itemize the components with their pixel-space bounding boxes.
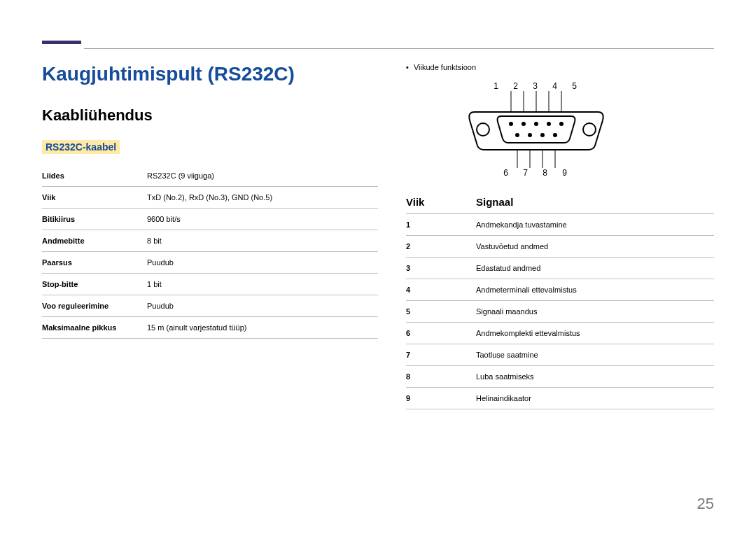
- svg-point-17: [528, 133, 532, 137]
- signal-name: Vastuvõetud andmed: [476, 236, 714, 258]
- subsection-title: RS232C-kaabel: [42, 140, 120, 154]
- pin-number: 4: [406, 279, 476, 301]
- signal-name: Andmeterminali ettevalmistus: [476, 279, 714, 301]
- spec-value: 15 m (ainult varjestatud tüüp): [147, 317, 378, 339]
- table-row: Stop-bitte1 bit: [42, 274, 378, 295]
- table-row: 6Andmekomplekti ettevalmistus: [406, 323, 714, 344]
- table-row: 1Andmekandja tuvastamine: [406, 214, 714, 236]
- table-row: PaarsusPuudub: [42, 252, 378, 274]
- signal-name: Andmekomplekti ettevalmistus: [476, 323, 714, 344]
- table-row: 2Vastuvõetud andmed: [406, 236, 714, 258]
- svg-point-18: [540, 133, 545, 137]
- spec-label: Stop-bitte: [42, 274, 147, 295]
- signal-name: Signaali maandus: [476, 301, 714, 323]
- pin-number: 9: [406, 388, 476, 409]
- table-row: 8Luba saatmiseks: [406, 366, 714, 388]
- spec-value: RS232C (9 viiguga): [147, 165, 378, 187]
- header-pin: Viik: [406, 196, 469, 208]
- content-columns: Kaugjuhtimispult (RS232C) Kaabliühendus …: [42, 63, 714, 409]
- table-row: Maksimaalne pikkus15 m (ainult varjestat…: [42, 317, 378, 339]
- spec-label: Viik: [42, 187, 147, 209]
- pin-number: 7: [406, 344, 476, 366]
- signal-name: Helinaindikaator: [476, 388, 714, 409]
- signal-name: Taotluse saatmine: [476, 344, 714, 366]
- svg-point-10: [583, 123, 596, 136]
- table-row: 3Edastatud andmed: [406, 258, 714, 279]
- svg-point-14: [547, 122, 551, 126]
- spec-value: Puudub: [147, 295, 378, 317]
- spec-value: TxD (No.2), RxD (No.3), GND (No.5): [147, 187, 378, 209]
- table-row: 7Taotluse saatmine: [406, 344, 714, 366]
- pin-number: 1: [406, 214, 476, 236]
- pin-labels-top: 1 2 3 4 5: [475, 81, 602, 91]
- table-row: 4Andmeterminali ettevalmistus: [406, 279, 714, 301]
- header-rule: [84, 48, 714, 49]
- spec-value: 9600 bit/s: [147, 209, 378, 230]
- page-title: Kaugjuhtimispult (RS232C): [42, 63, 378, 85]
- document-page: Kaugjuhtimispult (RS232C) Kaabliühendus …: [0, 0, 756, 534]
- svg-point-9: [477, 123, 489, 136]
- spec-label: Liides: [42, 165, 147, 187]
- spec-table: LiidesRS232C (9 viiguga)ViikTxD (No.2), …: [42, 165, 378, 339]
- header-accent: [42, 41, 81, 44]
- signal-table: 1Andmekandja tuvastamine2Vastuvõetud and…: [406, 214, 714, 409]
- pin-number: 3: [406, 258, 476, 279]
- pin-labels-bottom: 6 7 8 9: [475, 168, 602, 178]
- svg-point-19: [553, 133, 557, 137]
- spec-label: Bitikiirus: [42, 209, 147, 230]
- db9-connector-icon: [462, 91, 616, 168]
- spec-label: Andmebitte: [42, 230, 147, 252]
- signal-name: Andmekandja tuvastamine: [476, 214, 714, 236]
- pin-number: 6: [406, 323, 476, 344]
- signal-table-header: Viik Signaal: [406, 190, 714, 214]
- table-row: LiidesRS232C (9 viiguga): [42, 165, 378, 187]
- page-number: 25: [697, 495, 714, 513]
- pin-function-label: Viikude funktsioon: [406, 63, 714, 71]
- table-row: Voo reguleeriminePuudub: [42, 295, 378, 317]
- svg-point-15: [559, 122, 564, 126]
- spec-label: Voo reguleerimine: [42, 295, 147, 317]
- svg-point-13: [534, 122, 538, 126]
- table-row: 9Helinaindikaator: [406, 388, 714, 409]
- pin-number: 5: [406, 301, 476, 323]
- spec-label: Maksimaalne pikkus: [42, 317, 147, 339]
- svg-point-16: [515, 133, 519, 137]
- left-column: Kaugjuhtimispult (RS232C) Kaabliühendus …: [42, 63, 378, 409]
- connector-diagram: 1 2 3 4 5: [462, 81, 714, 178]
- pin-number: 2: [406, 236, 476, 258]
- signal-name: Luba saatmiseks: [476, 366, 714, 388]
- right-column: Viikude funktsioon 1 2 3 4 5: [406, 63, 714, 409]
- table-row: Bitikiirus9600 bit/s: [42, 209, 378, 230]
- pin-number: 8: [406, 366, 476, 388]
- spec-value: 1 bit: [147, 274, 378, 295]
- table-row: Andmebitte8 bit: [42, 230, 378, 252]
- svg-point-11: [509, 122, 513, 126]
- table-row: ViikTxD (No.2), RxD (No.3), GND (No.5): [42, 187, 378, 209]
- table-row: 5Signaali maandus: [406, 301, 714, 323]
- header-signal: Signaal: [476, 196, 513, 208]
- signal-name: Edastatud andmed: [476, 258, 714, 279]
- section-title: Kaabliühendus: [42, 106, 378, 125]
- spec-value: Puudub: [147, 252, 378, 274]
- spec-label: Paarsus: [42, 252, 147, 274]
- spec-value: 8 bit: [147, 230, 378, 252]
- svg-point-12: [522, 122, 526, 126]
